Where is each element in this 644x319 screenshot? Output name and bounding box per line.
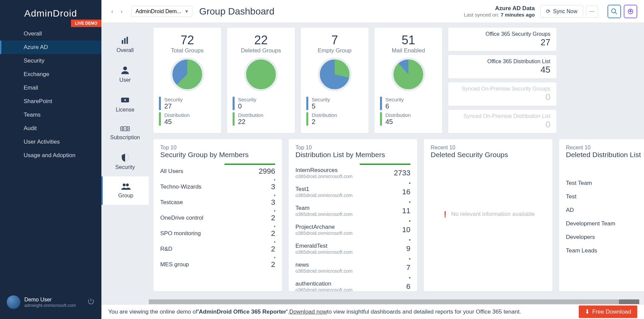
- power-icon[interactable]: [87, 298, 95, 306]
- lists-row: Top 10 Security Group by Members All Use…: [153, 139, 639, 291]
- tenant-label: AdminDroid Dem...: [136, 8, 181, 15]
- license-icon: [101, 95, 149, 105]
- svg-rect-13: [122, 40, 123, 44]
- svg-point-22: [123, 183, 125, 186]
- card-top: Recent 10: [431, 145, 546, 151]
- list-item[interactable]: Techno-Wizards3: [160, 179, 275, 195]
- group-icon: [103, 182, 149, 191]
- list-item[interactable]: R&D2: [160, 241, 275, 257]
- stat-card-total-groups[interactable]: 72Total GroupsSecurity27Distribution45: [153, 28, 221, 133]
- horizontal-scrollbar[interactable]: [149, 299, 639, 304]
- back-button[interactable]: ‹: [108, 7, 116, 16]
- list-item[interactable]: ProjectArchaneo365droid.onmicrosoft.com1…: [295, 220, 410, 239]
- stat-label: Deleted Groups: [233, 47, 289, 54]
- topbar: ‹ › AdminDroid Dem... ▾ Group Dashboard …: [101, 0, 644, 23]
- summary-card[interactable]: Office 365 Security Groups27: [448, 28, 556, 51]
- svg-rect-14: [124, 38, 125, 44]
- sync-btn-label: Sync Now: [553, 8, 577, 15]
- list-item[interactable]: Teamo365droid.onmicrosoft.com11: [295, 201, 410, 220]
- pie-chart: [318, 57, 352, 91]
- sidebar-item-teams[interactable]: Teams: [0, 108, 101, 122]
- user-info: Demo User admeight.onmicrosoft.com: [24, 297, 87, 308]
- pie-chart: [391, 57, 425, 91]
- svg-point-23: [126, 183, 129, 186]
- app-logo: AdminDroid: [24, 8, 77, 19]
- top-dist-card: Top 10 Distribution List by Members Inte…: [289, 139, 417, 291]
- sidebar-item-sharepoint[interactable]: SharePoint: [0, 95, 101, 108]
- live-demo-badge: LIVE DEMO: [71, 20, 101, 27]
- page-title: Group Dashboard: [199, 6, 275, 17]
- download-link[interactable]: Download now: [289, 309, 327, 315]
- svg-point-20: [122, 128, 124, 130]
- forward-button[interactable]: ›: [118, 7, 126, 16]
- side-cards: Office 365 Security Groups27Office 365 D…: [448, 28, 556, 133]
- list-item[interactable]: ADa fe: [566, 203, 644, 217]
- category-user[interactable]: User: [101, 59, 149, 89]
- download-icon: ⬇: [585, 308, 590, 315]
- search-button[interactable]: [607, 5, 621, 18]
- stat-label: Total Groups: [159, 47, 216, 54]
- sidebar-item-azure-ad[interactable]: Azure AD: [0, 41, 101, 54]
- list-item[interactable]: All Users2996: [160, 164, 275, 179]
- category-license[interactable]: License: [101, 89, 149, 119]
- user-icon: [101, 66, 149, 75]
- summary-card[interactable]: Office 365 Distribution List45: [448, 55, 556, 78]
- svg-point-24: [612, 9, 616, 13]
- more-button[interactable]: ⋯: [586, 5, 598, 18]
- recent-del-sec-card: Recent 10 Deleted Security Groups ❗ No r…: [424, 139, 552, 291]
- subscription-icon: [101, 125, 149, 132]
- category-security[interactable]: Security: [101, 147, 149, 176]
- list-item[interactable]: authenticationo365droid.onmicrosoft.com6: [295, 277, 410, 291]
- user-name: Demo User: [24, 297, 87, 303]
- sidebar-item-exchange[interactable]: Exchange: [0, 68, 101, 81]
- sidebar-item-email[interactable]: Email: [0, 81, 101, 95]
- user-area[interactable]: Demo User admeight.onmicrosoft.com: [0, 292, 101, 312]
- free-download-button[interactable]: ⬇ Free Download: [579, 305, 637, 318]
- list-item[interactable]: OneDrive control2: [160, 210, 275, 226]
- sync-subtitle: Last synced on: 7 minutes ago: [464, 12, 535, 18]
- bottom-banner: You are viewing the online demo of 'Admi…: [101, 304, 644, 319]
- sync-info: Azure AD Data Last synced on: 7 minutes …: [464, 5, 535, 18]
- stat-card-deleted-groups[interactable]: 22Deleted GroupsSecurity0Distribution22: [227, 28, 295, 133]
- list-item[interactable]: Testcase3: [160, 195, 275, 210]
- pie-chart: [244, 57, 278, 91]
- list-item[interactable]: MES group2: [160, 257, 275, 272]
- stat-card-empty-group[interactable]: 7Empty GroupSecurity5Distribution2: [301, 28, 368, 133]
- summary-card[interactable]: Synced On-Premise Distribution List0: [448, 110, 556, 133]
- stat-number: 51: [380, 33, 437, 47]
- list-item[interactable]: Test Teama fe: [566, 176, 644, 190]
- list-item[interactable]: a fe: [566, 164, 644, 176]
- stat-number: 22: [233, 33, 289, 47]
- list-item[interactable]: Developersa fe: [566, 230, 644, 244]
- ai-button[interactable]: [624, 5, 637, 18]
- list-item[interactable]: InternResourceso365droid.onmicrosoft.com…: [295, 164, 410, 182]
- pie-chart: [170, 57, 204, 91]
- stat-card-mail-enabled[interactable]: 51Mail EnabledSecurity6Distribution45: [375, 28, 442, 133]
- list-item[interactable]: Test1o365droid.onmicrosoft.com16: [295, 182, 410, 201]
- svg-point-16: [123, 67, 127, 70]
- sidebar-item-user-activities[interactable]: User Activities: [0, 135, 101, 149]
- sync-now-button[interactable]: ⟳ Sync Now: [540, 5, 583, 18]
- list-item[interactable]: Team Leadsa fe: [566, 244, 644, 257]
- summary-card[interactable]: Synced On-Premise Security Groups0: [448, 82, 556, 106]
- tenant-dropdown[interactable]: AdminDroid Dem... ▾: [131, 6, 192, 17]
- category-subscription[interactable]: Subscription: [101, 119, 149, 147]
- stats-row: 72Total GroupsSecurity27Distribution4522…: [153, 28, 639, 133]
- list-item[interactable]: newso365droid.onmicrosoft.com7: [295, 258, 410, 277]
- category-overall[interactable]: Overall: [101, 30, 149, 59]
- card-top: Recent 10: [566, 145, 644, 151]
- list-item[interactable]: EmeraldTesto365droid.onmicrosoft.com9: [295, 239, 410, 258]
- avatar: [7, 295, 20, 309]
- sidebar-item-audit[interactable]: Audit: [0, 122, 101, 135]
- list-item[interactable]: SPO monitoring2: [160, 226, 275, 241]
- sidebar-item-usage-and-adoption[interactable]: Usage and Adoption: [0, 149, 101, 162]
- card-title: Deleted Distribution List: [566, 151, 644, 159]
- main-sidebar: AdminDroid LIVE DEMO Dashboards OverallA…: [0, 0, 101, 319]
- category-group[interactable]: Group: [101, 176, 149, 205]
- stat-label: Empty Group: [306, 47, 363, 54]
- list-item[interactable]: Development Teama fe: [566, 217, 644, 230]
- list-item[interactable]: Testa fe: [566, 190, 644, 203]
- sidebar-item-overall[interactable]: Overall: [0, 27, 101, 41]
- top-security-card: Top 10 Security Group by Members All Use…: [153, 139, 282, 291]
- sidebar-item-security[interactable]: Security: [0, 54, 101, 68]
